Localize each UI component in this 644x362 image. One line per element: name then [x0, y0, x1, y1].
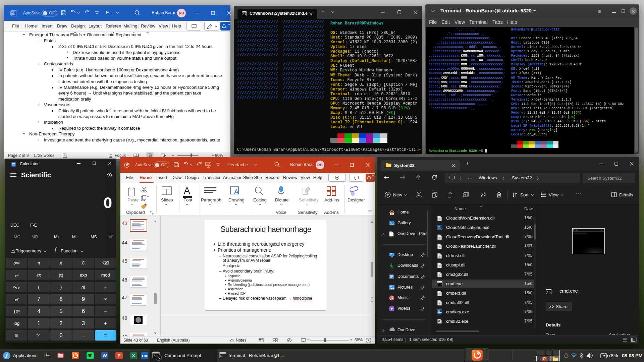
svg-text:C:\: C:\ — [438, 284, 442, 286]
svg-text:C:\: C:\ — [547, 291, 551, 294]
svg-text:W: W — [10, 12, 13, 15]
svg-text:A: A — [234, 188, 239, 196]
svg-text:$: $ — [220, 355, 222, 357]
svg-text:P: P — [126, 164, 128, 167]
